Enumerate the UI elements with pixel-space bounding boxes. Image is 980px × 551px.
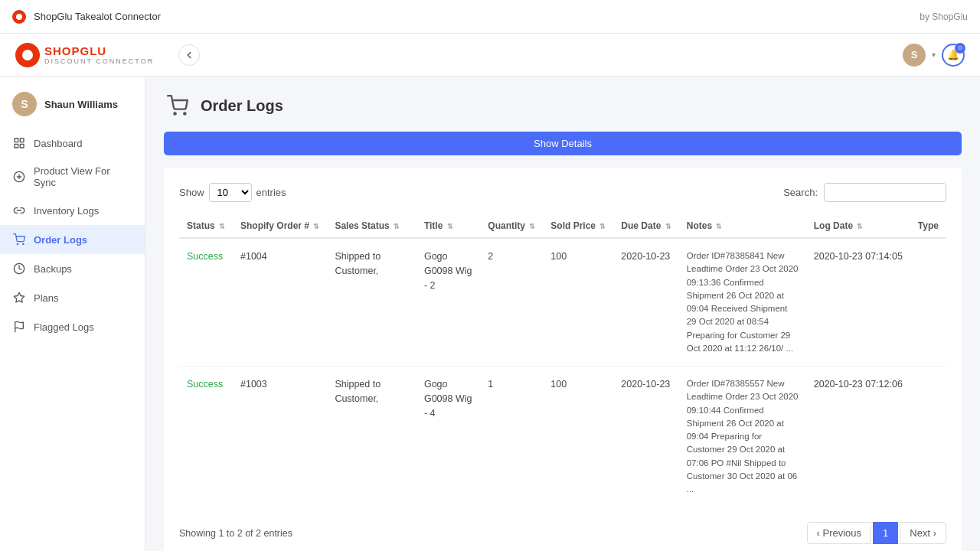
search-input[interactable] [824,183,946,202]
sidebar-user: S Shaun Williams [0,86,145,129]
cell-price-1: 100 [543,367,613,507]
logo: SHOPGLU DISCOUNT CONNECTOR [15,43,154,67]
nav-bar: SHOPGLU DISCOUNT CONNECTOR S ▾ 🔔 0 [0,34,980,77]
svg-marker-11 [14,292,24,302]
svg-rect-2 [20,144,24,148]
svg-point-13 [174,112,175,114]
table-row: Success #1004 Shipped to Customer, Gogo … [179,238,946,367]
order-logs-header-icon [164,92,191,119]
svg-rect-1 [20,139,24,142]
cell-status-1: Success [179,367,233,507]
notification-bell[interactable]: 🔔 0 [942,44,965,67]
cell-log-date-0: 2020-10-23 07:14:05 [806,238,910,367]
dashboard-icon [12,136,26,150]
logo-circle [15,43,40,67]
table-controls: Show 10 25 50 100 entries Search: [179,183,946,202]
cell-qty-1: 1 [480,367,543,507]
col-status: Status ⇅ [179,214,233,238]
orders-table: Status ⇅ Shopify Order # ⇅ Sales Status … [179,214,946,507]
col-quantity: Quantity ⇅ [480,214,543,238]
page-header: Order Logs [164,92,962,119]
entries-label: entries [256,187,286,198]
cell-order-1: #1003 [233,367,327,507]
main-content: Order Logs Show Details Show 10 25 50 10… [145,77,980,551]
page-title: Order Logs [201,97,283,115]
cell-order-0: #1004 [233,238,327,367]
show-details-button[interactable]: Show Details [164,132,962,155]
product-icon [12,170,26,184]
sidebar-label-backups: Backups [34,263,72,275]
sidebar-label-product-view: Product View For Sync [34,165,132,188]
table-card: Show 10 25 50 100 entries Search: [164,168,962,551]
logo-text: SHOPGLU [44,44,106,57]
sidebar-item-plans[interactable]: Plans [0,283,145,312]
next-page-button[interactable]: Next › [900,522,946,544]
sidebar-item-backups[interactable]: Backups [0,254,145,283]
browser-topbar: ShopGlu Takealot Connector by ShopGlu [0,0,980,34]
svg-point-14 [184,112,185,114]
cell-title-0: Gogo G0098 Wig - 2 [416,238,480,367]
col-notes: Notes ⇅ [679,214,806,238]
sidebar-item-dashboard[interactable]: Dashboard [0,129,145,158]
back-button[interactable] [178,44,200,66]
inventory-icon [12,204,26,217]
plans-icon [12,291,26,305]
svg-rect-0 [15,139,18,142]
notification-badge: 0 [955,43,965,54]
sidebar-item-product-view[interactable]: Product View For Sync [0,158,145,196]
logo-sub: DISCOUNT CONNECTOR [44,57,154,65]
nav-right: S ▾ 🔔 0 [903,44,965,67]
cell-type-0 [910,238,946,367]
cell-sales-status-1: Shipped to Customer, [327,367,416,507]
table-row: Success #1003 Shipped to Customer, Gogo … [179,367,946,507]
show-label: Show [179,187,204,198]
cell-price-0: 100 [543,238,613,367]
cell-title-1: Gogo G0098 Wig - 4 [416,367,480,507]
col-title: Title ⇅ [416,214,480,238]
sidebar-label-plans: Plans [34,292,59,304]
page-number-1[interactable]: 1 [873,522,898,544]
sidebar-label-inventory-logs: Inventory Logs [34,205,99,217]
col-due-date: Due Date ⇅ [613,214,678,238]
app-tab-title: ShopGlu Takealot Connector [34,11,161,22]
pagination-row: Showing 1 to 2 of 2 entries ‹ Previous 1… [179,522,946,544]
cell-due-date-0: 2020-10-23 [613,238,678,367]
nav-avatar-caret: ▾ [932,51,936,59]
app-by-label: by ShopGlu [920,11,968,22]
pagination-controls: ‹ Previous 1 Next › [807,522,946,544]
cell-sales-status-0: Shipped to Customer, [327,238,416,367]
col-sales-status: Sales Status ⇅ [327,214,416,238]
col-shopify-order: Shopify Order # ⇅ [233,214,327,238]
cell-qty-0: 2 [480,238,543,367]
sidebar-username: Shaun Williams [44,99,118,110]
cell-notes-1: Order ID#78385557 New Leadtime Order 23 … [679,367,806,507]
col-type: Type [910,214,946,238]
cell-log-date-1: 2020-10-23 07:12:06 [806,367,910,507]
sidebar-label-flagged-logs: Flagged Logs [34,321,94,333]
sidebar: S Shaun Williams Dashboard Product View … [0,77,145,551]
pagination-info: Showing 1 to 2 of 2 entries [179,528,292,539]
sidebar-label-order-logs: Order Logs [34,234,87,246]
cell-type-1 [910,367,946,507]
svg-rect-3 [15,144,18,148]
flagged-icon [12,320,26,334]
col-sold-price: Sold Price ⇅ [543,214,613,238]
nav-avatar[interactable]: S [903,44,926,67]
sidebar-item-inventory-logs[interactable]: Inventory Logs [0,196,145,225]
previous-page-button[interactable]: ‹ Previous [807,522,872,544]
cell-due-date-1: 2020-10-23 [613,367,678,507]
cell-notes-0: Order ID#78385841 New Leadtime Order 23 … [679,238,806,367]
backups-icon [12,262,26,276]
search-label: Search: [783,187,818,198]
app-favicon [12,10,26,24]
col-log-date: Log Date ⇅ [806,214,910,238]
sidebar-item-flagged-logs[interactable]: Flagged Logs [0,312,145,341]
svg-point-8 [17,243,18,244]
orders-icon [12,233,26,246]
sidebar-item-order-logs[interactable]: Order Logs [0,225,145,254]
cell-status-0: Success [179,238,233,367]
entries-select[interactable]: 10 25 50 100 [209,183,252,202]
avatar: S [12,92,37,116]
svg-point-9 [23,243,24,244]
sidebar-label-dashboard: Dashboard [34,138,83,149]
